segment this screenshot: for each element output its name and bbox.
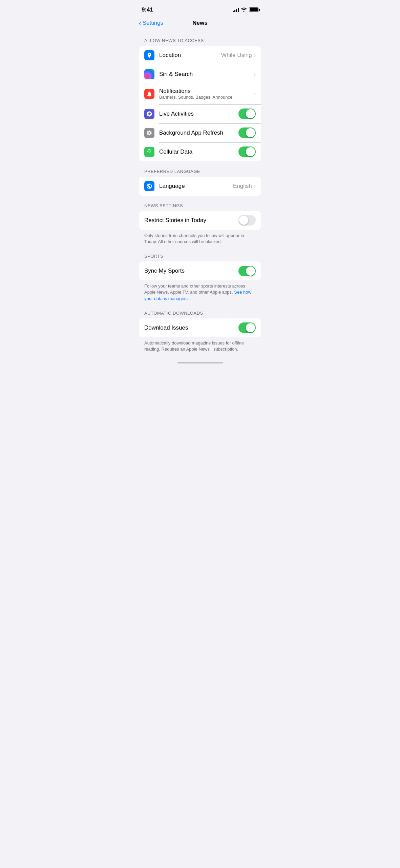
signal-icon xyxy=(233,7,239,12)
news-settings-section: NEWS SETTINGS Restrict Stories in Today … xyxy=(133,203,267,246)
background-refresh-toggle[interactable] xyxy=(238,127,256,138)
siri-chevron-icon: › xyxy=(254,71,256,77)
status-icons xyxy=(233,7,258,13)
restrict-stories-label: Restrict Stories in Today xyxy=(144,217,238,224)
restrict-stories-toggle[interactable] xyxy=(238,215,256,225)
back-label: Settings xyxy=(143,20,163,26)
status-bar: 9:41 xyxy=(133,0,267,17)
language-card: Language English › xyxy=(139,177,261,196)
sync-sports-row[interactable]: Sync My Sports xyxy=(139,261,261,280)
language-value: English xyxy=(233,183,252,190)
news-settings-footer: Only stories from channels you follow wi… xyxy=(133,230,267,246)
cellular-data-row[interactable]: Cellular Data xyxy=(139,142,261,161)
language-label: Language xyxy=(159,183,233,190)
cellular-data-label: Cellular Data xyxy=(159,149,238,155)
news-settings-card: Restrict Stories in Today xyxy=(139,211,261,230)
nav-header: ‹ Settings News xyxy=(133,17,267,31)
downloads-card: Download Issues xyxy=(139,318,261,337)
cellular-data-toggle[interactable] xyxy=(238,146,256,157)
allow-access-label: ALLOW NEWS TO ACCESS xyxy=(133,38,267,46)
download-issues-toggle[interactable] xyxy=(238,322,256,333)
sync-sports-toggle[interactable] xyxy=(238,266,256,276)
globe-icon xyxy=(144,181,154,191)
allow-access-section: ALLOW NEWS TO ACCESS Location While Usin… xyxy=(133,38,267,161)
news-settings-label: NEWS SETTINGS xyxy=(133,203,267,211)
live-activities-label: Live Activities xyxy=(159,111,238,117)
live-activities-toggle[interactable] xyxy=(238,108,256,119)
notifications-sublabel: Banners, Sounds, Badges, Announce xyxy=(159,95,254,100)
background-refresh-label: Background App Refresh xyxy=(159,130,238,136)
notifications-row[interactable]: Notifications Banners, Sounds, Badges, A… xyxy=(139,84,261,104)
page-title: News xyxy=(192,20,207,26)
language-section-label: PREFERRED LANGUAGE xyxy=(133,169,267,177)
download-issues-row[interactable]: Download Issues xyxy=(139,318,261,337)
wifi-icon xyxy=(241,7,247,13)
status-time: 9:41 xyxy=(142,6,153,13)
language-section: PREFERRED LANGUAGE Language English › xyxy=(133,169,267,196)
siri-label: Siri & Search xyxy=(159,71,254,78)
location-label: Location xyxy=(159,52,221,59)
downloads-footer: Automatically download magazine issues f… xyxy=(133,337,267,354)
notifications-chevron-icon: › xyxy=(254,91,256,97)
location-chevron-icon: › xyxy=(254,52,256,58)
back-chevron-icon: ‹ xyxy=(139,20,141,26)
sports-footer: Follow your teams and other sports inter… xyxy=(133,280,267,303)
siri-row[interactable]: Siri & Search › xyxy=(139,65,261,84)
location-value: While Using xyxy=(221,52,252,59)
downloads-section: AUTOMATIC DOWNLOADS Download Issues Auto… xyxy=(133,311,267,354)
allow-access-card: Location While Using › Siri & Search › N… xyxy=(139,46,261,161)
restrict-stories-row[interactable]: Restrict Stories in Today xyxy=(139,211,261,230)
live-activities-icon xyxy=(144,109,154,119)
siri-icon xyxy=(144,69,154,79)
background-refresh-icon xyxy=(144,128,154,138)
cellular-data-icon xyxy=(144,147,154,157)
notifications-icon xyxy=(144,89,154,99)
sports-label: SPORTS xyxy=(133,254,267,261)
notifications-label-block: Notifications Banners, Sounds, Badges, A… xyxy=(159,88,254,100)
home-indicator xyxy=(133,359,267,366)
notifications-label: Notifications xyxy=(159,88,254,95)
download-issues-label: Download Issues xyxy=(144,324,238,331)
battery-icon xyxy=(249,7,258,12)
downloads-label: AUTOMATIC DOWNLOADS xyxy=(133,311,267,318)
language-chevron-icon: › xyxy=(254,183,256,189)
sync-sports-label: Sync My Sports xyxy=(144,268,238,274)
location-row[interactable]: Location While Using › xyxy=(139,46,261,65)
location-icon xyxy=(144,50,154,60)
back-button[interactable]: ‹ Settings xyxy=(139,20,163,26)
language-row[interactable]: Language English › xyxy=(139,177,261,196)
background-refresh-row[interactable]: Background App Refresh xyxy=(139,123,261,142)
sports-card: Sync My Sports xyxy=(139,261,261,280)
home-bar xyxy=(177,362,223,363)
live-activities-row[interactable]: Live Activities xyxy=(139,104,261,123)
sports-section: SPORTS Sync My Sports Follow your teams … xyxy=(133,254,267,303)
